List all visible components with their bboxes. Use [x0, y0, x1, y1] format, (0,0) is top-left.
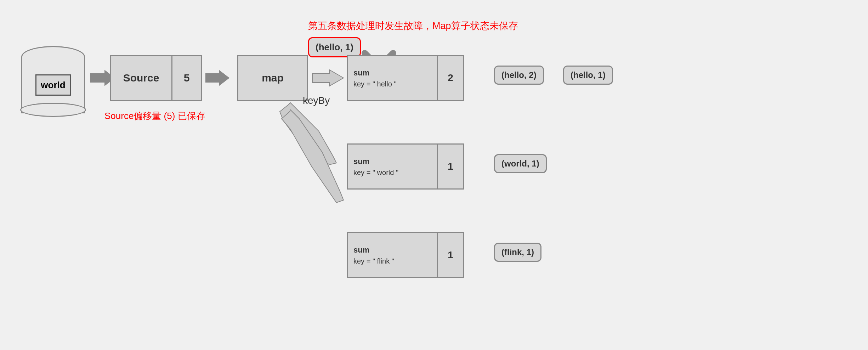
- hello1-error-tuple: (hello, 1): [308, 37, 361, 57]
- op3-key-label: key = " flink ": [353, 256, 437, 266]
- arrow-source-to-map: [205, 70, 229, 86]
- operator-box-world: sum key = " world " 1: [347, 143, 464, 190]
- output-world1: (world, 1): [494, 154, 547, 173]
- operator-label-hello: sum key = " hello ": [348, 67, 437, 89]
- op2-sum-label: sum: [353, 156, 437, 167]
- svg-marker-4: [312, 70, 344, 86]
- op2-number: 1: [438, 161, 463, 172]
- arrow-map-to-operator1: [312, 70, 344, 86]
- op1-sum-label: sum: [353, 67, 437, 79]
- world-box: world: [35, 74, 71, 96]
- source-box: Source 5: [110, 55, 202, 101]
- source-number: 5: [172, 72, 201, 84]
- data-source-cylinder: world: [21, 46, 85, 124]
- op3-number: 1: [438, 249, 463, 261]
- keyby-arrow-to-op3: [282, 110, 344, 203]
- operator-box-flink: sum key = " flink " 1: [347, 232, 464, 278]
- op1-number: 2: [438, 72, 463, 84]
- cylinder-bottom: [20, 103, 86, 117]
- op2-key-label: key = " world ": [353, 167, 437, 178]
- op1-key-label: key = " hello ": [353, 79, 437, 89]
- map-box: map: [237, 55, 308, 101]
- output-flink1: (flink, 1): [494, 243, 541, 262]
- diagram-container: world Source 5 Source偏移量 (5) 已保存 map key…: [0, 0, 868, 350]
- operator-box-hello: sum key = " hello " 2: [347, 55, 464, 101]
- op3-sum-label: sum: [353, 244, 437, 256]
- svg-marker-3: [205, 70, 229, 86]
- output-hello1: (hello, 1): [563, 66, 613, 85]
- keyby-label: keyBy: [303, 95, 330, 106]
- output-hello2: (hello, 2): [494, 66, 544, 85]
- source-label: Source: [111, 72, 171, 84]
- operator-label-world: sum key = " world ": [348, 156, 437, 178]
- error-message: 第五条数据处理时发生故障，Map算子状态未保存: [308, 19, 518, 32]
- operator-label-flink: sum key = " flink ": [348, 244, 437, 266]
- svg-marker-6: [282, 110, 344, 203]
- keyby-arrow-to-op2: [280, 103, 336, 165]
- svg-marker-5: [280, 103, 336, 165]
- source-offset-label: Source偏移量 (5) 已保存: [104, 110, 205, 122]
